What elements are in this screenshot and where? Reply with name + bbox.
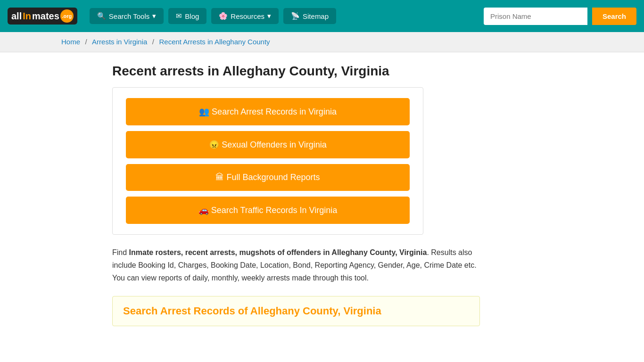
sitemap-button[interactable]: 📡 Sitemap — [283, 8, 336, 24]
prison-search-button[interactable]: Search — [592, 8, 636, 25]
page-description: Find Inmate rosters, recent arrests, mug… — [112, 246, 480, 285]
logo-text-mates: mates — [32, 11, 59, 22]
search-tools-chevron-icon: ▾ — [152, 12, 156, 20]
desc-bold: Inmate rosters, recent arrests, mugshots… — [129, 248, 427, 256]
main-content: Recent arrests in Alleghany County, Virg… — [103, 52, 541, 337]
angry-icon: 😠 — [209, 140, 219, 149]
logo-text-in: In — [23, 11, 31, 22]
search-tools-label: Search Tools — [109, 12, 149, 20]
prison-search-input[interactable] — [484, 8, 587, 25]
search-tools-button[interactable]: 🔍 Search Tools ▾ — [90, 8, 164, 24]
breadcrumb-sep2: / — [152, 38, 154, 46]
breadcrumb-home[interactable]: Home — [61, 38, 80, 46]
blog-label: Blog — [185, 12, 199, 20]
traffic-records-label: Search Traffic Records In Virginia — [211, 206, 337, 215]
sitemap-label: Sitemap — [303, 12, 329, 20]
blog-icon: ✉ — [176, 12, 182, 20]
site-logo[interactable]: all In mates .org — [8, 8, 77, 25]
breadcrumb: Home / Arrests in Virginia / Recent Arre… — [0, 32, 644, 52]
search-arrest-records-button[interactable]: 👥 Search Arrest Records in Virginia — [126, 98, 410, 125]
logo-text-all: all — [11, 11, 22, 22]
full-background-reports-button[interactable]: 🏛 Full Background Reports — [126, 164, 410, 191]
full-background-label: Full Background Reports — [226, 173, 320, 182]
car-icon: 🚗 — [198, 206, 209, 215]
breadcrumb-current: Recent Arrests in Alleghany County — [159, 38, 270, 46]
sexual-offenders-button[interactable]: 😠 Sexual Offenders in Virginia — [126, 131, 410, 158]
search-traffic-records-button[interactable]: 🚗 Search Traffic Records In Virginia — [126, 197, 410, 224]
resources-icon: 🌸 — [219, 12, 228, 20]
yellow-section: Search Arrest Records of Alleghany Count… — [112, 296, 480, 326]
resources-button[interactable]: 🌸 Resources ▾ — [211, 8, 279, 24]
sitemap-icon: 📡 — [291, 12, 300, 20]
resources-label: Resources — [231, 12, 264, 20]
search-tools-icon: 🔍 — [97, 12, 106, 20]
building-icon: 🏛 — [215, 173, 224, 182]
sexual-offenders-label: Sexual Offenders in Virginia — [222, 140, 326, 149]
search-btn-label: Search — [603, 12, 626, 20]
resources-chevron-icon: ▾ — [267, 12, 271, 20]
breadcrumb-sep1: / — [85, 38, 87, 46]
yellow-section-title: Search Arrest Records of Alleghany Count… — [123, 305, 469, 317]
blog-button[interactable]: ✉ Blog — [168, 8, 206, 24]
breadcrumb-arrests[interactable]: Arrests in Virginia — [92, 38, 147, 46]
page-title: Recent arrests in Alleghany County, Virg… — [112, 64, 532, 79]
logo-org-badge: .org — [60, 9, 74, 23]
search-arrest-label: Search Arrest Records in Virginia — [212, 107, 337, 116]
people-icon: 👥 — [199, 107, 209, 116]
action-buttons-box: 👥 Search Arrest Records in Virginia 😠 Se… — [112, 87, 423, 235]
desc-prefix: Find — [112, 248, 129, 256]
